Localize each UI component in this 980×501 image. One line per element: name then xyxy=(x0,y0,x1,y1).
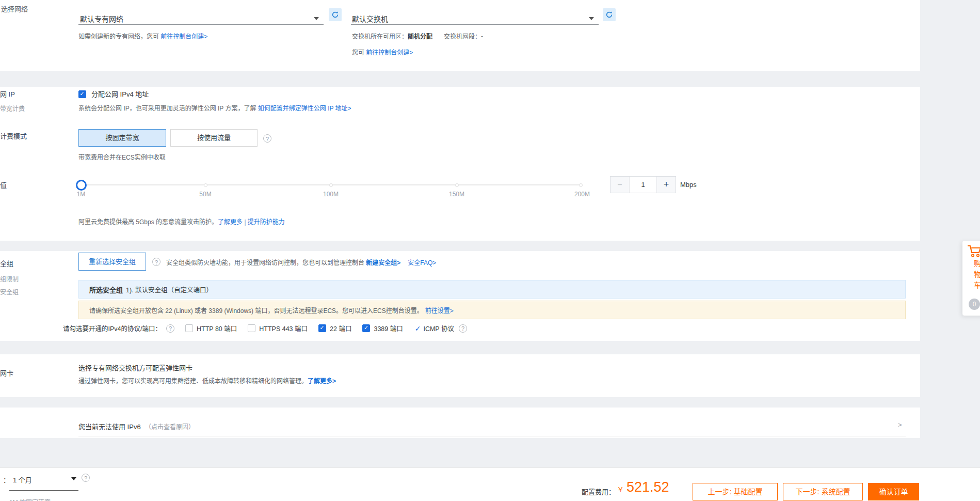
slider-tick-label: 50M xyxy=(199,191,211,198)
increase-button[interactable]: + xyxy=(656,177,676,193)
vpc-helper-text: 如需创建新的专有网络，您可 前往控制台创建> xyxy=(78,32,207,40)
refresh-icon xyxy=(331,11,339,19)
ports-row: 请勾选要开通的IPv4的协议/端口： HTTP 80 端口 HTTPS 443 … xyxy=(63,323,467,333)
selected-sg-title: 所选安全组 xyxy=(89,285,123,294)
nic-learn-more-link[interactable]: 了解更多> xyxy=(308,378,336,385)
checkbox-icon[interactable] xyxy=(248,324,255,332)
row-label-network: 选择网络 xyxy=(1,4,28,13)
currency-symbol: ¥ xyxy=(618,485,622,494)
icmp-label: ICMP 协议 xyxy=(423,323,454,333)
refresh-vswitch-button[interactable] xyxy=(603,8,616,21)
row-label-bandwidth-value: 值 xyxy=(0,180,7,190)
chevron-down-icon[interactable] xyxy=(71,477,76,480)
decrease-button[interactable]: − xyxy=(611,177,630,193)
checkbox-icon[interactable] xyxy=(185,324,193,332)
row-sublabel-sg[interactable]: 安全组 xyxy=(0,287,19,296)
slider-tick xyxy=(455,183,459,187)
bandwidth-value-input[interactable]: 1 xyxy=(630,177,656,193)
billing-note: 带宽费用合并在ECS实例中收取 xyxy=(78,152,166,161)
config-summary: 1M 按固定带宽 xyxy=(9,497,51,501)
help-icon[interactable] xyxy=(263,134,271,143)
ipv6-reason-hint[interactable]: （点击查看原因） xyxy=(145,424,195,431)
port-option-label: 3389 端口 xyxy=(374,323,403,333)
fee-label: 配置费用： xyxy=(582,487,615,496)
security-warning-bar: 请确保所选安全组开放包含 22 (Linux) 或者 3389 (Windows… xyxy=(78,301,906,319)
sg-desc-text: 安全组类似防火墙功能，用于设置网络访问控制，您也可以到管理控制台 xyxy=(166,259,366,267)
help-icon[interactable] xyxy=(82,474,90,482)
learn-more-link[interactable]: 了解更多 xyxy=(218,218,243,226)
slider-tick-label: 100M xyxy=(323,191,339,198)
assign-ipv4-checkbox[interactable] xyxy=(78,90,86,98)
cart-icon[interactable] xyxy=(967,244,980,258)
confirm-order-button[interactable]: 确认订单 xyxy=(868,483,919,500)
chevron-down-icon[interactable] xyxy=(314,17,319,20)
port-option-https[interactable]: HTTPS 443 端口 xyxy=(248,323,308,333)
ports-row-label: 请勾选要开通的IPv4的协议/端口： xyxy=(63,323,162,333)
checkbox-icon[interactable] xyxy=(362,324,370,332)
row-sublabel-sg-limit[interactable]: 组限制 xyxy=(0,274,19,283)
cidr-value: - xyxy=(481,33,483,40)
improve-protection-link[interactable]: 提升防护能力 xyxy=(248,218,285,226)
az-value: 随机分配 xyxy=(408,33,432,40)
duration-select[interactable]: 1 个月 xyxy=(13,475,32,484)
ecs-network-config-page: 选择网络 默认专有网络 默认交换机 如需创建新的专有网络，您可 前往控制台创建>… xyxy=(0,0,980,501)
port-option-3389[interactable]: 3389 端口 xyxy=(362,323,403,333)
ipv6-row[interactable]: 您当前无法使用 IPv6 （点击查看原因） xyxy=(78,421,195,431)
ddos-note-text: 阿里云免费提供最高 5Gbps 的恶意流量攻击防护。 xyxy=(78,218,218,226)
help-icon[interactable] xyxy=(459,324,467,333)
port-option-label: 22 端口 xyxy=(330,323,351,333)
duration-underline xyxy=(9,490,78,491)
cidr-label: 交换机网段： xyxy=(444,33,481,40)
public-ip-helper-text: 系统会分配公网 IP，也可采用更加灵活的弹性公网 IP 方案，了解 xyxy=(78,105,258,112)
help-icon[interactable] xyxy=(152,258,160,266)
chevron-right-icon[interactable]: > xyxy=(898,421,902,429)
vswitch-helper-prefix: 您可 xyxy=(352,49,366,56)
refresh-icon xyxy=(605,11,613,19)
row-label-security-group: 全组 xyxy=(0,258,13,268)
billing-fixed-bandwidth-button[interactable]: 按固定带宽 xyxy=(78,129,166,147)
vswitch-select[interactable]: 默认交换机 xyxy=(352,13,388,24)
new-security-group-link[interactable]: 新建安全组> xyxy=(366,259,400,267)
eip-doc-link[interactable]: 如何配置并绑定弹性公网 IP 地址> xyxy=(258,105,351,112)
create-vpc-link[interactable]: 前往控制台创建> xyxy=(160,33,207,40)
slider-tick-label: 200M xyxy=(574,191,590,198)
ddos-note-row: 阿里云免费提供最高 5Gbps 的恶意流量攻击防护。了解更多 | 提升防护能力 xyxy=(78,217,285,226)
row-label-elastic-nic: 网卡 xyxy=(0,368,13,378)
port-option-http[interactable]: HTTP 80 端口 xyxy=(185,323,237,333)
slider-tick-label: 1M xyxy=(77,191,86,198)
prev-step-button[interactable]: 上一步: 基础配置 xyxy=(693,483,778,500)
footer-bar: ： 1 个月 1M 按固定带宽 配置费用： ¥ 521.52 上一步: 基础配置… xyxy=(0,467,980,501)
refresh-vpc-button[interactable] xyxy=(329,8,342,21)
create-vswitch-link[interactable]: 前往控制台创建> xyxy=(366,49,413,56)
bandwidth-stepper: − 1 + xyxy=(610,176,676,193)
nic-line2: 通过弹性网卡，您可以实现高可用集群搭建、低成本故障转移和精细化的网络管理。了解更… xyxy=(78,376,336,385)
vswitch-helper-text: 您可 前往控制台创建> xyxy=(352,48,413,56)
security-warning-text: 请确保所选安全组开放包含 22 (Linux) 或者 3389 (Windows… xyxy=(89,306,423,315)
port-option-22[interactable]: 22 端口 xyxy=(318,323,351,333)
check-icon: ✓ xyxy=(415,324,421,333)
help-icon[interactable] xyxy=(166,324,174,333)
fee-amount: 521.52 xyxy=(626,479,669,495)
billing-by-traffic-button[interactable]: 按使用流量 xyxy=(170,129,258,147)
cart-count-badge: 0 xyxy=(969,299,980,310)
slider-tick xyxy=(204,183,207,187)
ipv6-divider xyxy=(78,436,906,436)
chevron-down-icon[interactable] xyxy=(589,17,594,20)
port-option-label: HTTPS 443 端口 xyxy=(259,323,308,333)
security-faq-link[interactable]: 安全FAQ> xyxy=(408,259,436,267)
bandwidth-slider-handle[interactable] xyxy=(76,180,87,191)
vpc-select[interactable]: 默认专有网络 xyxy=(80,13,123,24)
go-settings-link[interactable]: 前往设置> xyxy=(425,306,454,315)
next-step-button[interactable]: 下一步: 系统配置 xyxy=(783,483,863,500)
port-option-label: HTTP 80 端口 xyxy=(197,323,237,333)
checkbox-icon[interactable] xyxy=(318,324,326,332)
cart-label[interactable]: 购物车 xyxy=(972,260,980,292)
nic-line2-text: 通过弹性网卡，您可以实现高可用集群搭建、低成本故障转移和精细化的网络管理。 xyxy=(78,378,308,385)
nic-line1: 选择专有网络交换机方可配置弹性网卡 xyxy=(78,363,192,372)
ipv6-unavailable-text: 您当前无法使用 IPv6 xyxy=(78,423,141,431)
assign-ipv4-label: 分配公网 IPv4 地址 xyxy=(91,89,149,99)
reselect-security-group-button[interactable]: 重新选择安全组 xyxy=(78,253,146,271)
public-ip-helper: 系统会分配公网 IP，也可采用更加灵活的弹性公网 IP 方案，了解 如何配置并绑… xyxy=(78,103,351,112)
row-label-public-ip: 网 IP xyxy=(0,89,15,99)
duration-label: ： xyxy=(3,475,10,484)
